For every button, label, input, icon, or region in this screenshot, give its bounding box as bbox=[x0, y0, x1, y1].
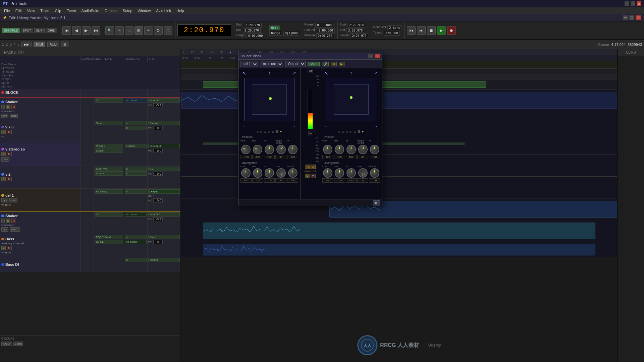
left-tb-6[interactable]: ☰ bbox=[276, 130, 278, 133]
v2-insert-stratus[interactable]: Stratus bbox=[95, 171, 123, 176]
menu-view[interactable]: View bbox=[24, 7, 38, 14]
menu-setup[interactable]: Setup bbox=[120, 7, 135, 14]
preroll-val[interactable]: 0:00.000 bbox=[315, 23, 333, 27]
shuffle-btn[interactable]: SHUFFLE bbox=[2, 28, 20, 33]
edit-win-min[interactable]: ─ bbox=[623, 15, 628, 20]
right-val-rear[interactable]: 100 bbox=[334, 155, 345, 159]
v70-send-b[interactable]: b bbox=[125, 126, 147, 130]
postroll-val[interactable]: 0:00.500 bbox=[317, 28, 334, 33]
auto-btn[interactable]: AUTO bbox=[305, 165, 316, 169]
left-tb-7[interactable]: ▼ bbox=[279, 130, 282, 133]
bass-solo-btn[interactable]: S bbox=[1, 246, 6, 250]
menu-help[interactable]: Help bbox=[174, 7, 187, 14]
plugin-minimize-btn[interactable]: ─ bbox=[368, 54, 373, 58]
vstereosp-send-vspace[interactable]: v space bbox=[125, 144, 147, 148]
v70-insert-stratus[interactable]: Stratus bbox=[95, 121, 123, 125]
go-end-btn[interactable]: ⏭ bbox=[92, 26, 100, 35]
menu-options[interactable]: Options bbox=[102, 7, 120, 14]
right-tb-5[interactable]: ⊞ bbox=[354, 130, 357, 133]
pencil-tool[interactable]: ✏ bbox=[144, 26, 153, 35]
stop-btn[interactable]: ⏹ bbox=[427, 26, 436, 35]
shaker-dyn-btn[interactable]: dyn bbox=[1, 114, 8, 118]
menu-edit[interactable]: Edit bbox=[13, 7, 24, 14]
right-div-val-lfe[interactable]: 100 bbox=[346, 178, 357, 183]
group-all[interactable]: <ALL> bbox=[1, 342, 12, 346]
left-div-knob-lfe-ctrl[interactable] bbox=[265, 168, 274, 178]
left-arrow-right[interactable]: → bbox=[291, 123, 296, 129]
shaker-mute-btn[interactable]: I bbox=[1, 105, 5, 109]
end-val[interactable]: 2:20.970 bbox=[243, 28, 261, 33]
edit-win-max[interactable]: □ bbox=[629, 15, 634, 20]
tracks-settings-btn[interactable]: ⚙ bbox=[18, 51, 23, 54]
expand-all-btn[interactable]: ▶▶ bbox=[21, 42, 32, 47]
nudge-val[interactable]: 0|1|000 bbox=[283, 31, 300, 36]
right-arrow-up[interactable]: ↑ bbox=[350, 70, 353, 76]
right-knob-front-ctrl[interactable] bbox=[323, 145, 332, 154]
trim-tool[interactable]: ✂ bbox=[115, 26, 124, 35]
left-knob-front-ctrl[interactable] bbox=[239, 143, 252, 156]
shaker2-solo-btn[interactable]: S bbox=[6, 219, 10, 223]
bass-send-noout[interactable]: no output bbox=[125, 240, 147, 244]
menu-avidlink[interactable]: Avid Link bbox=[154, 7, 174, 14]
plugin-channel-select[interactable]: del 1 bbox=[240, 61, 258, 67]
main-counter[interactable]: 2:20.970 bbox=[177, 24, 231, 36]
bassdi-clip-main[interactable] bbox=[203, 244, 595, 255]
record-btn[interactable]: ⏺ bbox=[447, 26, 456, 35]
left-surround-position-dot[interactable] bbox=[269, 97, 272, 100]
right-div-val-side[interactable]: 100 bbox=[369, 178, 380, 183]
shaker-solo-btn[interactable]: S bbox=[6, 105, 10, 109]
vstereosp-insert-space[interactable]: Space bbox=[95, 148, 123, 153]
left-div-knob-front-ctrl[interactable] bbox=[241, 168, 251, 178]
expand-btn[interactable]: ⊞ bbox=[61, 42, 68, 47]
right-div-val-rear[interactable]: 100 bbox=[334, 178, 345, 183]
vstereosp-mute-btn[interactable]: M bbox=[7, 152, 12, 156]
minimize-btn[interactable]: ─ bbox=[625, 1, 629, 6]
right-tb-6[interactable]: ☰ bbox=[358, 130, 360, 133]
edit-win-close[interactable]: ✕ bbox=[636, 15, 641, 20]
left-arrow-up-right[interactable]: ↗ bbox=[292, 70, 296, 76]
shaker-send-1[interactable]: no output bbox=[125, 98, 147, 103]
v2-send-b[interactable]: b bbox=[125, 171, 147, 176]
midi-tool-btn[interactable]: MIDI bbox=[34, 42, 45, 47]
plugin-expand-btn[interactable]: ▶ bbox=[373, 200, 380, 205]
plugin-titlebar[interactable]: Bounce Block ─ ✕ bbox=[238, 53, 382, 60]
shaker2-send-noout[interactable]: no output bbox=[125, 212, 147, 217]
plugin-io-select[interactable]: Output bbox=[285, 61, 306, 67]
bassdi-send-a[interactable]: a bbox=[125, 258, 147, 262]
v70-send-a[interactable]: a bbox=[125, 121, 147, 125]
v70-mute-btn[interactable]: M bbox=[7, 130, 12, 134]
bass-clip-main[interactable] bbox=[203, 223, 595, 239]
vstereosp-insert-proq[interactable]: Pro-Q 3 bbox=[95, 144, 123, 148]
right-div-knob-front-ctrl[interactable] bbox=[323, 168, 332, 178]
lfe-s-btn[interactable]: S bbox=[305, 174, 309, 178]
del1-send-a[interactable]: a bbox=[125, 189, 147, 194]
left-knob-height-ctrl[interactable] bbox=[275, 143, 287, 156]
right-knob-lfe-ctrl[interactable] bbox=[346, 145, 356, 154]
shaker2-insert-v2[interactable]: v 2 bbox=[95, 212, 123, 217]
fadein-val[interactable]: 0:00.250 bbox=[316, 34, 334, 38]
left-val-front[interactable]: -100 bbox=[240, 155, 252, 159]
safe-btn[interactable]: SAFE bbox=[308, 62, 320, 66]
right-div-knob-side-ctrl[interactable] bbox=[370, 168, 379, 178]
left-tb-4[interactable]: ⊙ bbox=[267, 130, 270, 133]
audio-tool-btn[interactable]: AUD bbox=[47, 42, 59, 47]
left-div-val-size[interactable]: 0 bbox=[275, 178, 286, 183]
plugin-output-select[interactable]: main out bbox=[260, 61, 283, 67]
close-btn[interactable]: ✕ bbox=[637, 1, 641, 6]
go-left-btn[interactable]: ◀ bbox=[72, 26, 81, 35]
zoom-tool[interactable]: 🔍 bbox=[105, 26, 114, 35]
left-div-knob-side-ctrl[interactable] bbox=[288, 168, 298, 178]
grid-btn[interactable]: GRID bbox=[46, 28, 57, 33]
menu-window[interactable]: Window bbox=[135, 7, 153, 14]
left-tb-1[interactable]: ⊙ bbox=[256, 130, 259, 133]
left-knob-lfe-ctrl[interactable] bbox=[265, 145, 274, 154]
v2-solo-btn[interactable]: S bbox=[1, 177, 6, 181]
menu-file[interactable]: File bbox=[1, 7, 13, 14]
left-div-val-front[interactable]: 100 bbox=[240, 178, 252, 183]
left-div-knob-size-ctrl[interactable] bbox=[276, 168, 286, 178]
right-arrow-left[interactable]: ← bbox=[324, 123, 329, 129]
del1-insert-rtdelay[interactable]: RT Delay bbox=[95, 189, 123, 194]
left-val-rear[interactable]: -100 bbox=[252, 155, 263, 159]
plugin-menu-btn[interactable]: ▶ bbox=[339, 62, 344, 66]
left-knob-pct-ctrl[interactable] bbox=[288, 145, 298, 154]
